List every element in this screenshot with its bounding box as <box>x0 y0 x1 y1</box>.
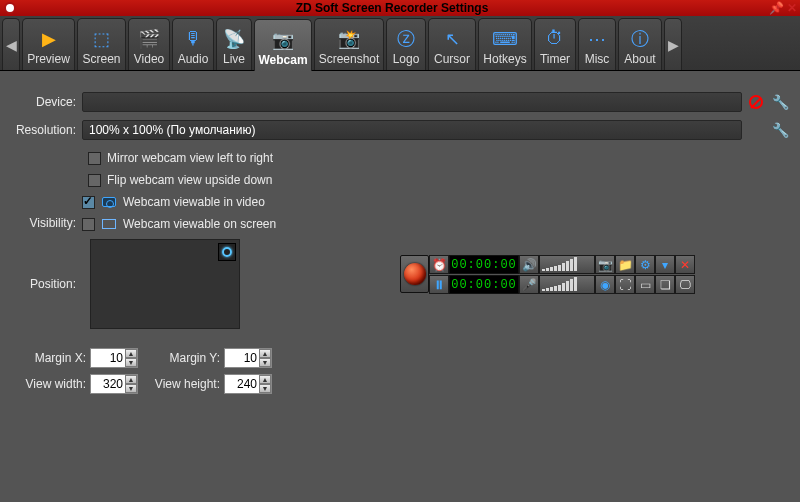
mirror-label: Mirror webcam view left to right <box>107 151 273 165</box>
viewable-video-checkbox[interactable] <box>82 196 95 209</box>
tab-preview[interactable]: ▶Preview <box>22 18 75 70</box>
tab-label: Video <box>132 52 166 66</box>
region-button[interactable]: ▭ <box>635 275 655 294</box>
video-icon <box>101 195 117 209</box>
tab-label: Webcam <box>256 53 309 67</box>
resolution-configure-button[interactable]: 🔧 <box>770 120 790 140</box>
alarm-button[interactable]: ⏰ <box>429 255 449 274</box>
record-icon <box>404 263 426 285</box>
monitor-button[interactable]: 🖵 <box>675 275 695 294</box>
tab-label: Preview <box>25 52 72 66</box>
device-label: Device: <box>10 95 82 109</box>
tab-strip: ◀ ▶Preview⬚Screen🎬Video🎙Audio📡Live📷Webca… <box>0 16 800 71</box>
viewheight-label: View height: <box>142 377 220 391</box>
screen-tab-icon: ⬚ <box>89 26 115 52</box>
time-display-2: 00:00:00 <box>449 275 519 294</box>
device-disable-icon[interactable] <box>746 92 766 112</box>
pin-button[interactable]: 📌 <box>768 0 784 16</box>
device-configure-button[interactable]: 🔧 <box>770 92 790 112</box>
viewable-video-label: Webcam viewable in video <box>123 195 265 209</box>
tab-label: Logo <box>391 52 422 66</box>
tab-label: Misc <box>583 52 612 66</box>
webcam-toggle-button[interactable]: ◉ <box>595 275 615 294</box>
tab-label: Screenshot <box>317 52 382 66</box>
tab-cursor[interactable]: ↖Cursor <box>428 18 476 70</box>
tab-timer[interactable]: ⏱Timer <box>534 18 576 70</box>
recorder-toolbar: ⏰ 00:00:00 🔊 📷 📁 ⚙ ▾ ✕ ⏸ 00:00:00 🎤 <box>400 255 695 295</box>
time-display: 00:00:00 <box>449 255 519 274</box>
tab-screen[interactable]: ⬚Screen <box>77 18 126 70</box>
device-combo[interactable] <box>82 92 742 112</box>
position-label: Position: <box>10 277 82 291</box>
cursor-tab-icon: ↖ <box>439 26 465 52</box>
tab-scroll-right[interactable]: ▶ <box>664 18 682 70</box>
timer-tab-icon: ⏱ <box>542 26 568 52</box>
about-tab-icon: ⓘ <box>627 26 653 52</box>
toolbar-close-button[interactable]: ✕ <box>675 255 695 274</box>
screen-icon <box>101 217 117 231</box>
tab-label: Live <box>221 52 247 66</box>
video-tab-icon: 🎬 <box>136 26 162 52</box>
tab-label: Timer <box>538 52 572 66</box>
viewwidth-label: View width: <box>14 377 86 391</box>
speaker-button[interactable]: 🔊 <box>519 255 539 274</box>
position-preview[interactable] <box>90 239 240 329</box>
settings-button[interactable]: ⚙ <box>635 255 655 274</box>
window-button[interactable]: ❏ <box>655 275 675 294</box>
tab-video[interactable]: 🎬Video <box>128 18 170 70</box>
close-button[interactable]: ✕ <box>784 0 800 16</box>
speaker-volume[interactable] <box>539 255 595 274</box>
logo-tab-icon: ⓩ <box>393 26 419 52</box>
audio-tab-icon: 🎙 <box>180 26 206 52</box>
viewwidth-input[interactable]: ▲▼ <box>90 374 138 394</box>
tab-label: Audio <box>176 52 211 66</box>
tab-scroll-left[interactable]: ◀ <box>2 18 20 70</box>
folder-button[interactable]: 📁 <box>615 255 635 274</box>
record-button[interactable] <box>400 255 429 293</box>
title-bar: ZD Soft Screen Recorder Settings 📌 ✕ <box>0 0 800 16</box>
viewable-screen-checkbox[interactable] <box>82 218 95 231</box>
flip-checkbox[interactable] <box>88 174 101 187</box>
pause-button[interactable]: ⏸ <box>429 275 449 294</box>
snapshot-button[interactable]: 📷 <box>595 255 615 274</box>
webcam-settings-panel: Device: 🔧 Resolution: 100% x 100% (По ум… <box>0 71 800 397</box>
screenshot-tab-icon: 📸 <box>336 26 362 52</box>
tab-label: About <box>622 52 657 66</box>
tab-audio[interactable]: 🎙Audio <box>172 18 214 70</box>
tab-about[interactable]: ⓘAbout <box>618 18 662 70</box>
visibility-label: Visibility: <box>10 216 82 230</box>
tab-label: Cursor <box>432 52 472 66</box>
flip-label: Flip webcam view upside down <box>107 173 272 187</box>
live-tab-icon: 📡 <box>221 26 247 52</box>
marginy-label: Margin Y: <box>142 351 220 365</box>
mic-button[interactable]: 🎤 <box>519 275 539 294</box>
marginx-label: Margin X: <box>14 351 86 365</box>
marginy-input[interactable]: ▲▼ <box>224 348 272 368</box>
app-icon <box>4 2 16 14</box>
tab-webcam[interactable]: 📷Webcam <box>254 19 312 71</box>
tab-hotkeys[interactable]: ⌨Hotkeys <box>478 18 532 70</box>
viewable-screen-label: Webcam viewable on screen <box>123 217 276 231</box>
tab-live[interactable]: 📡Live <box>216 18 252 70</box>
fullscreen-button[interactable]: ⛶ <box>615 275 635 294</box>
position-marker[interactable] <box>218 243 236 261</box>
webcam-tab-icon: 📷 <box>270 27 296 53</box>
tab-label: Hotkeys <box>481 52 528 66</box>
mic-volume[interactable] <box>539 275 595 294</box>
window-title: ZD Soft Screen Recorder Settings <box>16 1 768 15</box>
mirror-checkbox[interactable] <box>88 152 101 165</box>
viewheight-input[interactable]: ▲▼ <box>224 374 272 394</box>
down-button[interactable]: ▾ <box>655 255 675 274</box>
preview-tab-icon: ▶ <box>36 26 62 52</box>
tab-logo[interactable]: ⓩLogo <box>386 18 426 70</box>
tab-label: Screen <box>80 52 122 66</box>
resolution-combo[interactable]: 100% x 100% (По умолчанию) <box>82 120 742 140</box>
marginx-input[interactable]: ▲▼ <box>90 348 138 368</box>
tab-misc[interactable]: ⋯Misc <box>578 18 616 70</box>
resolution-label: Resolution: <box>10 123 82 137</box>
misc-tab-icon: ⋯ <box>584 26 610 52</box>
tab-screenshot[interactable]: 📸Screenshot <box>314 18 384 70</box>
hotkeys-tab-icon: ⌨ <box>492 26 518 52</box>
